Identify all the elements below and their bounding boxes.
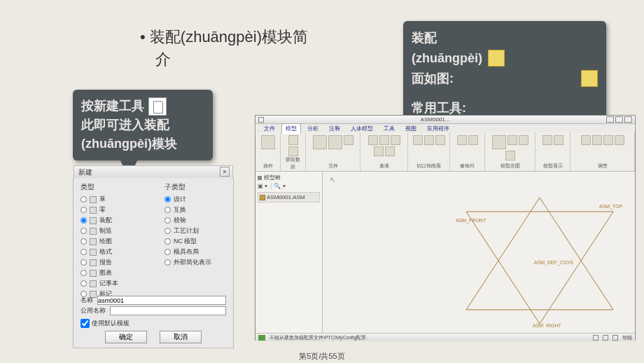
assembly-icon-2 xyxy=(581,70,598,87)
filter-icon-2[interactable] xyxy=(603,335,608,341)
min-button[interactable] xyxy=(606,116,614,123)
dialog-titlebar[interactable]: 新建 × xyxy=(74,165,233,178)
section-icon[interactable] xyxy=(507,135,517,145)
sub-radio-5[interactable] xyxy=(164,249,171,255)
svg-marker-0 xyxy=(466,198,613,310)
drag-icon[interactable] xyxy=(344,135,354,145)
family-icon[interactable] xyxy=(615,135,624,145)
csys-icon[interactable] xyxy=(374,146,384,156)
sketch-icon[interactable] xyxy=(385,146,395,156)
type-radio-7[interactable] xyxy=(80,270,87,276)
pubname-label: 公用名称 xyxy=(80,306,106,315)
dialog-title: 新建 xyxy=(78,168,92,176)
sub-lbl-3: 工艺计划 xyxy=(174,226,199,235)
type-lbl-2: 装配 xyxy=(99,216,112,225)
type-icon-2 xyxy=(90,217,97,224)
perspective-icon[interactable] xyxy=(554,135,564,145)
sub-radio-3[interactable] xyxy=(164,228,171,234)
type-lbl-5: 格式 xyxy=(99,247,112,256)
explode-icon[interactable] xyxy=(505,151,515,160)
qa-icon[interactable] xyxy=(258,117,264,123)
subtype-column: 子类型 设计 互换 校验 工艺计划 NC 模型 模具布局 外部简化表示 xyxy=(164,182,234,268)
tree-title: 模型树 xyxy=(264,174,281,182)
assemble-icon[interactable] xyxy=(313,135,327,149)
grp-lbl-7: 模型显示 xyxy=(543,163,563,170)
type-icon-5 xyxy=(90,249,97,256)
window-title: ASM0001... xyxy=(421,116,450,123)
default-template-label: 使用默认模板 xyxy=(92,319,130,328)
create-icon[interactable] xyxy=(328,135,342,149)
filter-icon-3[interactable] xyxy=(612,335,618,341)
cancel-button[interactable]: 取消 xyxy=(160,331,202,343)
canvas[interactable]: ASM_TOP ASM_FRONT ASM_DEF_CSYS ASM_RIGHT… xyxy=(323,172,635,333)
type-icon-3 xyxy=(90,228,97,235)
sub-lbl-0: 设计 xyxy=(174,195,186,204)
sub-lbl-6: 外部简化表示 xyxy=(174,258,211,267)
type-lbl-8: 记事本 xyxy=(99,279,118,288)
sub-radio-2[interactable] xyxy=(164,217,171,224)
default-template-check[interactable] xyxy=(80,319,90,328)
type-radio-3[interactable] xyxy=(80,228,87,234)
callout-right-l1: 装配 xyxy=(412,28,598,48)
type-lbl-1: 零 xyxy=(99,205,106,214)
tree-toggle-icon[interactable] xyxy=(258,176,262,180)
param-icon[interactable] xyxy=(581,135,591,145)
paste-icon[interactable] xyxy=(288,146,298,156)
bullet-text-1: • 装配(zhuāngpèi)模块简 xyxy=(140,27,308,48)
grp-lbl-1: 获取数据 xyxy=(284,156,302,170)
sub-radio-4[interactable] xyxy=(164,238,171,245)
status-right: 智能 xyxy=(622,334,632,341)
revolve-icon[interactable] xyxy=(435,135,445,145)
pattern-icon[interactable] xyxy=(457,135,467,145)
mirror-icon[interactable] xyxy=(468,135,478,145)
plane-icon[interactable] xyxy=(368,135,378,145)
sub-radio-0[interactable] xyxy=(164,196,171,203)
type-radio-4[interactable] xyxy=(80,238,87,245)
grp-lbl-0: 操作 xyxy=(263,163,273,170)
manage-view-icon[interactable] xyxy=(492,135,506,149)
sub-radio-6[interactable] xyxy=(164,259,171,266)
tree-root-item[interactable]: ASM0001.ASM xyxy=(258,192,320,203)
cursor-icon: ↖ xyxy=(330,176,335,184)
sub-lbl-4: NC 模型 xyxy=(174,237,197,246)
max-button[interactable] xyxy=(615,116,623,123)
type-radio-6[interactable] xyxy=(80,259,87,266)
grp-lbl-8: 调查 xyxy=(598,163,608,170)
axis-icon[interactable] xyxy=(379,135,389,145)
datum-right: ASM_RIGHT xyxy=(533,323,562,327)
relations-icon[interactable] xyxy=(592,135,602,145)
close-icon[interactable]: × xyxy=(220,167,230,177)
hole-icon[interactable] xyxy=(413,135,423,145)
filter-icon-1[interactable] xyxy=(593,335,598,341)
win-close-button[interactable] xyxy=(624,116,632,123)
type-lbl-0: 草 xyxy=(99,195,106,204)
status-icon xyxy=(258,335,265,341)
type-radio-8[interactable] xyxy=(80,280,87,287)
type-radio-2[interactable] xyxy=(80,217,87,224)
regenerate-icon[interactable] xyxy=(261,135,275,149)
callout-right-l2a: (zhuāngpèi) xyxy=(412,48,482,69)
copy-icon[interactable] xyxy=(288,135,298,145)
sidebar: 模型树 ▣ ▾ 🔍 ▾ ASM0001.ASM xyxy=(255,172,323,333)
type-radio-5[interactable] xyxy=(80,249,87,255)
datum-front: ASM_FRONT xyxy=(456,218,486,224)
type-radio-0[interactable] xyxy=(80,196,87,203)
datum-csys: ASM_DEF_CSYS xyxy=(534,260,573,266)
callout-left: 按新建工具 此即可进入装配 (zhuāngpèi)模块 xyxy=(73,90,213,160)
publish-icon[interactable] xyxy=(603,135,613,145)
type-icon-6 xyxy=(90,259,97,266)
ok-button[interactable]: 确定 xyxy=(105,331,147,343)
name-field[interactable] xyxy=(97,296,226,305)
pubname-field[interactable] xyxy=(110,306,226,315)
type-icon-8 xyxy=(90,280,97,287)
type-lbl-3: 制造 xyxy=(99,226,112,235)
display-style-icon[interactable] xyxy=(542,135,552,145)
callout-left-l1: 按新建工具 xyxy=(81,99,144,113)
point-icon[interactable] xyxy=(391,135,400,145)
sub-radio-1[interactable] xyxy=(164,207,171,213)
assembly-icon-1 xyxy=(488,50,505,67)
extrude-icon[interactable] xyxy=(424,135,434,145)
type-lbl-6: 报告 xyxy=(99,258,112,267)
appearance-icon[interactable] xyxy=(519,135,528,145)
type-radio-1[interactable] xyxy=(80,207,87,213)
